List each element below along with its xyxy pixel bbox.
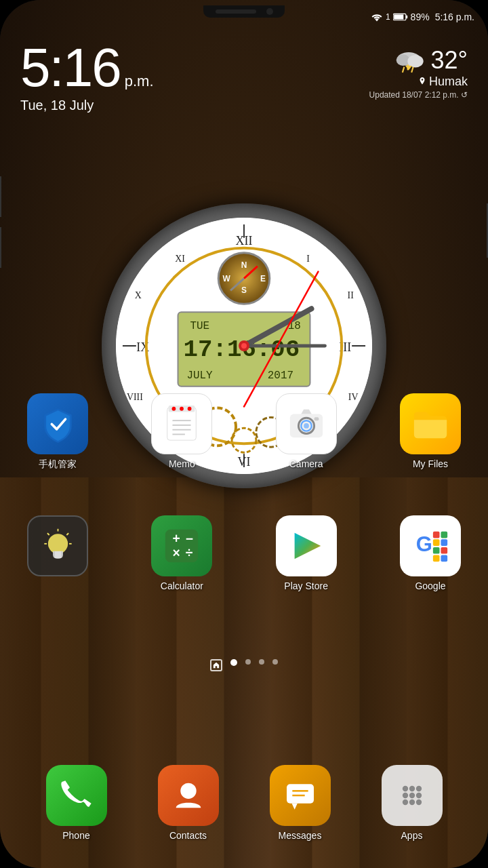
svg-point-95 (415, 786, 421, 791)
signal-1: 1 (386, 12, 390, 22)
svg-line-8 (402, 67, 404, 73)
svg-point-93 (402, 786, 407, 791)
volume-down-button[interactable] (0, 227, 1, 268)
svg-point-101 (415, 800, 421, 805)
page-dot-3[interactable] (259, 659, 264, 665)
svg-point-57 (188, 407, 192, 411)
svg-line-69 (66, 533, 68, 535)
clock-time: 5:16 (20, 41, 121, 95)
memo-icon (162, 404, 201, 443)
battery-icon (393, 13, 408, 21)
battery-percent: 89% (411, 12, 430, 22)
contacts-icon (171, 778, 205, 812)
svg-point-5 (407, 55, 423, 67)
svg-text:÷: ÷ (186, 546, 193, 560)
svg-text:+: + (173, 532, 180, 546)
app-icon-playstore[interactable] (276, 515, 337, 576)
svg-text:−: − (186, 532, 193, 546)
weather-widget: 32° Humak Updated 18/07 2:12 p.m. ↺ (369, 46, 468, 100)
app-icon-memo[interactable] (151, 393, 212, 454)
weather-updated: Updated 18/07 2:12 p.m. ↺ (369, 90, 468, 100)
app-memo[interactable]: Memo (144, 393, 219, 471)
playstore-icon (287, 526, 326, 566)
clock-meridiem: p.m. (125, 73, 154, 90)
app-label-google: Google (415, 580, 445, 591)
app-label-playstore: Play Store (284, 580, 328, 591)
page-dot-1[interactable] (230, 659, 237, 666)
svg-point-98 (415, 793, 421, 798)
dock-label-apps: Apps (401, 830, 423, 841)
svg-point-100 (409, 800, 414, 805)
home-dot[interactable] (210, 659, 222, 671)
dock-messages[interactable]: Messages (270, 765, 331, 841)
app-icon-jianjia[interactable] (27, 393, 88, 454)
calculator-icon: + − × ÷ (162, 526, 201, 566)
page-dot-2[interactable] (245, 659, 251, 665)
dock-apps[interactable]: Apps (382, 765, 443, 841)
app-label-myfiles: My Files (413, 458, 448, 469)
svg-text:II: II (348, 290, 354, 300)
app-icon-light[interactable] (27, 515, 88, 576)
messages-icon (283, 778, 317, 812)
dock-icon-phone[interactable] (46, 765, 107, 826)
phone-frame: 1 89% 5:16 p.m. 5:16 p.m. Tue, 18 July (0, 0, 488, 868)
app-myfiles[interactable]: My Files (393, 393, 468, 471)
svg-rect-82 (433, 539, 440, 546)
svg-text:E: E (260, 274, 266, 283)
dock-label-messages: Messages (279, 830, 322, 841)
svg-text:X: X (135, 290, 142, 300)
svg-rect-1 (394, 14, 403, 19)
svg-rect-86 (433, 555, 440, 562)
app-icon-google[interactable]: G (400, 515, 461, 576)
svg-rect-87 (441, 555, 447, 562)
volume-up-button[interactable] (0, 176, 1, 217)
camera-notch (203, 5, 285, 18)
app-icon-calculator[interactable]: + − × ÷ (151, 515, 212, 576)
app-camera[interactable]: Camera (269, 393, 344, 471)
svg-point-97 (409, 793, 414, 798)
svg-point-61 (304, 423, 309, 429)
app-google[interactable]: G Google (393, 515, 468, 591)
apps-row-2: + − × ÷ Calculator (20, 515, 468, 591)
app-icon-myfiles[interactable] (400, 393, 461, 454)
page-dots (210, 659, 278, 671)
svg-rect-83 (441, 539, 447, 546)
svg-point-99 (402, 800, 407, 805)
svg-point-96 (402, 793, 407, 798)
svg-text:S: S (241, 285, 247, 295)
app-calculator[interactable]: + − × ÷ Calculator (144, 515, 219, 591)
svg-text:XII: XII (236, 234, 253, 248)
dock-contacts[interactable]: Contacts (158, 765, 219, 841)
status-icons: 1 89% 5:16 p.m. (371, 12, 474, 22)
weather-icon (392, 47, 426, 74)
app-icon-camera[interactable] (276, 393, 337, 454)
svg-line-9 (411, 67, 413, 73)
app-light[interactable] (20, 515, 95, 591)
svg-rect-89 (287, 784, 314, 803)
page-dot-4[interactable] (272, 659, 278, 665)
shield-icon (39, 406, 77, 443)
clock-date: Tue, 18 July (20, 98, 154, 113)
app-playstore[interactable]: Play Store (269, 515, 344, 591)
dock-icon-contacts[interactable] (158, 765, 219, 826)
svg-rect-80 (433, 532, 440, 538)
svg-text:N: N (241, 260, 247, 270)
dock-phone[interactable]: Phone (46, 765, 107, 841)
dock-icon-messages[interactable] (270, 765, 331, 826)
svg-line-70 (47, 533, 49, 535)
home-icon (213, 662, 220, 669)
dock-icon-apps[interactable] (382, 765, 443, 826)
svg-rect-84 (433, 547, 440, 554)
apps-grid-icon (395, 778, 429, 812)
svg-point-55 (172, 407, 176, 411)
svg-point-94 (409, 786, 414, 791)
app-jianjia[interactable]: 手机管家 (20, 393, 95, 471)
apps-row-1: 手机管家 Memo (20, 393, 468, 471)
google-icon: G (411, 526, 450, 566)
folder-icon (411, 404, 450, 443)
svg-point-63 (47, 534, 67, 553)
svg-marker-7 (405, 66, 412, 71)
dock-label-contacts: Contacts (169, 830, 207, 841)
svg-text:×: × (173, 546, 180, 560)
speaker (216, 9, 256, 14)
